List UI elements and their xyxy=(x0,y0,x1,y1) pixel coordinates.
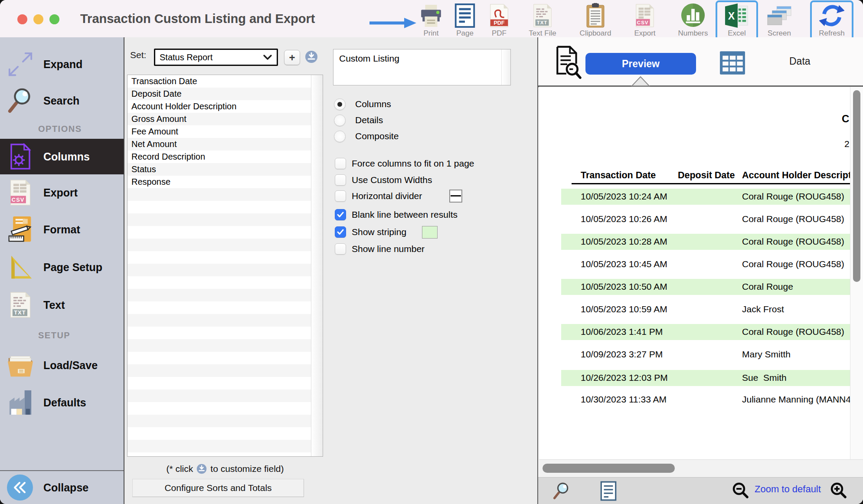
radio-composite[interactable]: Composite xyxy=(334,130,399,143)
collapse-button[interactable] xyxy=(7,475,33,501)
horizontal-divider-style-button[interactable] xyxy=(449,190,462,203)
search-icon[interactable] xyxy=(552,481,571,502)
radio-columns[interactable]: Columns xyxy=(334,98,391,111)
document-magnifier-icon xyxy=(554,45,582,82)
radio-button-selected[interactable] xyxy=(334,98,346,110)
listing-name-input[interactable]: Custom Listing xyxy=(333,49,511,85)
checkbox-unchecked[interactable] xyxy=(335,158,346,169)
field-list-item[interactable]: Deposit Date xyxy=(127,88,323,100)
sidebar-item-text[interactable]: TXT Text xyxy=(0,286,124,324)
column-header: Deposit Date xyxy=(678,170,735,181)
radio-details[interactable]: Details xyxy=(334,114,383,127)
excel-export-button[interactable]: X Excel xyxy=(718,3,755,38)
tab-preview[interactable]: Preview xyxy=(585,53,696,75)
window-title: Transaction Custom Listing and Export xyxy=(80,0,315,37)
svg-text:CSV: CSV xyxy=(637,20,649,25)
preview-horizontal-scrollbar[interactable] xyxy=(539,459,863,477)
checkbox-checked[interactable] xyxy=(335,226,346,238)
zoom-to-default-link[interactable]: Zoom to default xyxy=(755,484,821,495)
listing-input-scrollbar[interactable] xyxy=(501,49,510,85)
table-row: Julianne Manning (MANN453 xyxy=(742,394,850,405)
radio-button[interactable] xyxy=(334,131,346,142)
sidebar-item-export[interactable]: CSV Export xyxy=(0,174,124,211)
field-list-item[interactable]: Record Description xyxy=(127,151,323,163)
page-button[interactable]: Page xyxy=(451,3,479,38)
chevron-down-icon xyxy=(263,54,272,61)
zoom-out-icon[interactable] xyxy=(732,482,749,501)
check-icon xyxy=(337,229,344,235)
checkbox-show-line-number[interactable]: Show line number xyxy=(335,242,425,255)
sidebar-item-defaults[interactable]: Defaults xyxy=(0,383,124,422)
field-list-item[interactable]: Account Holder Description xyxy=(127,100,323,113)
active-tab-caret xyxy=(631,76,650,86)
sidebar-item-expand[interactable]: Expand xyxy=(0,46,124,82)
set-dropdown[interactable]: Status Report xyxy=(154,49,278,66)
excel-icon: X xyxy=(724,3,750,28)
close-window-button[interactable] xyxy=(17,14,27,24)
svg-text:X: X xyxy=(728,10,735,22)
checkbox-unchecked[interactable] xyxy=(335,243,346,255)
pdf-export-button[interactable]: PDF PDF xyxy=(485,3,513,38)
checkbox-show-striping[interactable]: Show striping xyxy=(335,226,406,239)
sidebar-item-load-save[interactable]: Load/Save xyxy=(0,347,124,383)
customize-hint: (* click to customize field) xyxy=(127,461,323,476)
refresh-button[interactable]: Refresh xyxy=(813,3,851,38)
sidebar-item-columns[interactable]: Columns xyxy=(0,139,124,174)
zoom-in-icon[interactable] xyxy=(830,482,847,501)
clipped-report-title: C xyxy=(842,113,849,125)
text-view-icon[interactable] xyxy=(600,481,617,503)
csv-file-icon: CSV xyxy=(635,3,655,28)
checkbox-unchecked[interactable] xyxy=(335,174,346,186)
checkbox-horizontal-divider[interactable]: Horizontal divider xyxy=(335,190,422,203)
checkbox-force-columns[interactable]: Force columns to fit on 1 page xyxy=(335,157,474,170)
striping-color-swatch[interactable] xyxy=(422,226,438,239)
pdf-file-icon: PDF xyxy=(489,3,509,28)
field-list[interactable]: Transaction Date Deposit Date Account Ho… xyxy=(127,75,323,457)
checkbox-checked[interactable] xyxy=(335,209,346,220)
minimize-window-button[interactable] xyxy=(33,14,43,24)
text-file-export-button[interactable]: TXT Text File xyxy=(522,3,563,38)
table-row: 10/09/2023 3:27 PM xyxy=(581,349,663,360)
data-table-icon xyxy=(719,49,746,78)
sidebar-item-format[interactable]: Format xyxy=(0,211,124,248)
field-list-item[interactable]: Net Amount xyxy=(127,138,323,151)
configure-sorts-totals-button[interactable]: Configure Sorts and Totals xyxy=(132,479,304,497)
field-list-item[interactable]: Transaction Date xyxy=(127,75,323,88)
clipboard-copy-button[interactable]: Clipboard xyxy=(573,3,618,38)
field-list-item[interactable]: Gross Amount xyxy=(127,113,323,125)
scrollbar-thumb[interactable] xyxy=(853,90,860,282)
zoom-window-button[interactable] xyxy=(49,14,59,24)
sidebar-item-search[interactable]: Search xyxy=(0,82,124,119)
preview-vertical-scrollbar[interactable] xyxy=(850,87,863,459)
screen-windows-icon xyxy=(767,3,792,28)
checkbox-custom-widths[interactable]: Use Custom Widths xyxy=(335,173,432,187)
radio-button[interactable] xyxy=(334,115,346,126)
checkbox-unchecked[interactable] xyxy=(335,190,346,202)
table-row: 10/05/2023 10:26 AM xyxy=(581,214,667,224)
download-circle-icon xyxy=(196,464,207,474)
screen-output-button[interactable]: Screen xyxy=(762,3,797,38)
table-row: 10/26/2023 12:03 PM xyxy=(581,373,668,383)
field-list-scrollbar[interactable] xyxy=(311,75,323,456)
set-square-icon xyxy=(6,254,35,281)
csv-export-button[interactable]: CSV Export xyxy=(628,3,661,38)
sidebar-item-page-setup[interactable]: Page Setup xyxy=(0,248,124,286)
table-row: Coral Rouge (ROUG458) xyxy=(742,214,844,224)
checkbox-blank-line[interactable]: Blank line between results xyxy=(335,208,458,221)
report-preview[interactable]: C 2 Transaction Date Deposit Date Accoun… xyxy=(539,87,850,459)
customize-field-button[interactable] xyxy=(305,50,318,63)
print-button[interactable]: Print xyxy=(415,3,447,38)
table-row: Sue Smith xyxy=(742,373,787,383)
numbers-export-button[interactable]: Numbers xyxy=(672,3,714,38)
svg-text:CSV: CSV xyxy=(12,196,25,203)
field-list-item[interactable]: Fee Amount xyxy=(127,125,323,138)
page-icon xyxy=(454,3,476,28)
preview-panel: Preview Data C 2 Transaction Da xyxy=(538,37,863,504)
svg-text:TXT: TXT xyxy=(14,309,26,316)
field-list-item[interactable]: Status xyxy=(127,163,323,176)
sidebar: Expand Search OPTIONS xyxy=(0,37,124,504)
field-list-item[interactable]: Response xyxy=(127,176,323,188)
scrollbar-thumb[interactable] xyxy=(543,464,675,473)
add-set-button[interactable]: + xyxy=(284,50,300,65)
tab-data[interactable]: Data xyxy=(789,56,811,67)
